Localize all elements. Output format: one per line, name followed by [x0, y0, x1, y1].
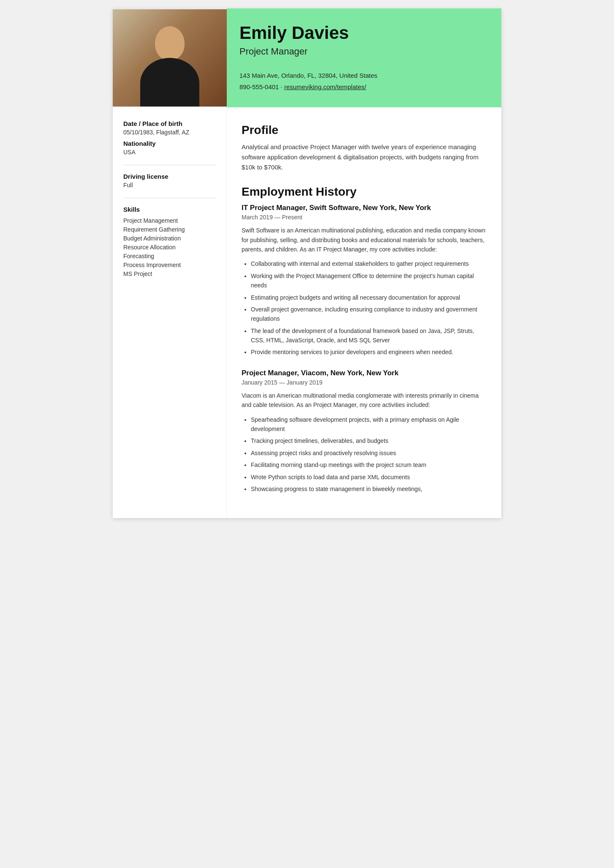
job-2-bullets: Spearheading software development projec…	[242, 415, 486, 494]
employment-section: Employment History IT Project Manager, S…	[242, 185, 486, 494]
skill-item-4: Resource Allocation	[123, 244, 216, 251]
nationality-label: Nationality	[123, 140, 216, 147]
job-1-bullet-5: The lead of the development of a foundat…	[251, 326, 486, 345]
header-website[interactable]: resumeviking.com/templates/	[284, 83, 366, 90]
sidebar-divider-1	[123, 165, 216, 165]
skill-item-2: Requirement Gathering	[123, 226, 216, 233]
job-2-bullet-4: Facilitating morning stand-up meetings w…	[251, 460, 486, 469]
header-title: Project Manager	[239, 46, 489, 57]
skill-item-6: Process Improvement	[123, 262, 216, 268]
job-1-bullet-6: Provide mentoring services to junior dev…	[251, 347, 486, 357]
job-1-bullet-4: Overall project governance, including en…	[251, 305, 486, 324]
job-2-desc: Viacom is an American multinational medi…	[242, 391, 486, 410]
photo-placeholder	[113, 9, 227, 106]
job-2: Project Manager, Viacom, New York, New Y…	[242, 369, 486, 494]
header-phone-website: 890-555-0401 · resumeviking.com/template…	[239, 81, 489, 93]
skill-item-1: Project Management	[123, 217, 216, 224]
job-2-bullet-5: Wrote Python scripts to load data and pa…	[251, 472, 486, 482]
header-address: 143 Main Ave, Orlando, FL, 32804, United…	[239, 70, 489, 81]
job-1-bullets: Collaborating with internal and external…	[242, 259, 486, 357]
header-contact: 143 Main Ave, Orlando, FL, 32804, United…	[239, 70, 489, 93]
job-2-dates: January 2015 — January 2019	[242, 379, 486, 386]
driving-label: Driving license	[123, 173, 216, 180]
main-content: Profile Analytical and proactive Project…	[227, 107, 501, 518]
body-section: Date / Place of birth 05/10/1983, Flagst…	[113, 107, 501, 518]
employment-title: Employment History	[242, 185, 486, 199]
header-section: Emily Davies Project Manager 143 Main Av…	[113, 8, 501, 107]
job-2-bullet-3: Assessing project risks and proactively …	[251, 448, 486, 458]
driving-value: Full	[123, 182, 216, 188]
profile-title: Profile	[242, 123, 486, 137]
job-2-bullet-2: Tracking project timelines, deliverables…	[251, 436, 486, 445]
skill-item-3: Budget Administration	[123, 235, 216, 242]
job-1-title: IT Project Manager, Swift Software, New …	[242, 204, 486, 212]
job-1-bullet-2: Working with the Project Management Offi…	[251, 271, 486, 290]
job-1-desc: Swift Software is an American multinatio…	[242, 226, 486, 254]
silhouette-head	[155, 26, 185, 60]
photo-area	[113, 8, 227, 107]
header-info: Emily Davies Project Manager 143 Main Av…	[227, 8, 501, 107]
driving-block: Driving license Full	[123, 173, 216, 188]
skills-label: Skills	[123, 206, 216, 213]
dob-block: Date / Place of birth 05/10/1983, Flagst…	[123, 120, 216, 156]
resume-container: Emily Davies Project Manager 143 Main Av…	[113, 8, 501, 518]
skill-item-7: MS Project	[123, 270, 216, 277]
job-1-bullet-3: Estimating project budgets and writing a…	[251, 293, 486, 302]
job-2-bullet-6: Showcasing progress to state management …	[251, 484, 486, 494]
job-2-title: Project Manager, Viacom, New York, New Y…	[242, 369, 486, 377]
skills-block: Skills Project Management Requirement Ga…	[123, 206, 216, 277]
silhouette-body	[140, 58, 199, 106]
sidebar-divider-2	[123, 198, 216, 198]
header-dot: ·	[281, 83, 283, 90]
photo-silhouette	[140, 22, 199, 106]
job-1-bullet-1: Collaborating with internal and external…	[251, 259, 486, 268]
dob-value: 05/10/1983, Flagstaff, AZ	[123, 129, 216, 136]
job-1-dates: March 2019 — Present	[242, 214, 486, 221]
nationality-value: USA	[123, 149, 216, 156]
dob-label: Date / Place of birth	[123, 120, 216, 127]
profile-text: Analytical and proactive Project Manager…	[242, 142, 486, 172]
header-phone: 890-555-0401	[239, 83, 279, 90]
job-1: IT Project Manager, Swift Software, New …	[242, 204, 486, 357]
skill-item-5: Forecasting	[123, 253, 216, 259]
job-2-bullet-1: Spearheading software development projec…	[251, 415, 486, 434]
sidebar: Date / Place of birth 05/10/1983, Flagst…	[113, 107, 227, 518]
profile-section: Profile Analytical and proactive Project…	[242, 123, 486, 172]
header-name: Emily Davies	[239, 23, 489, 43]
